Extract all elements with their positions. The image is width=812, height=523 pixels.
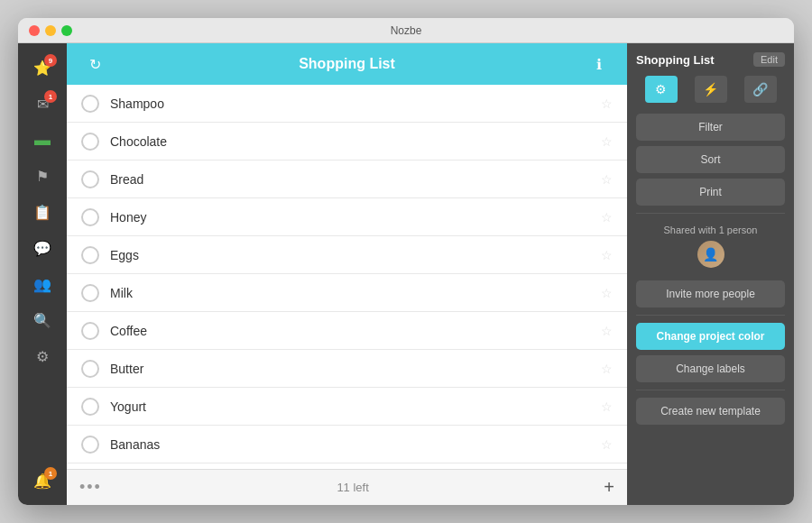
task-item[interactable]: Milk ☆ xyxy=(67,274,627,312)
calendar-icon: 📋 xyxy=(33,204,51,221)
sidebar: ⭐ 9 ✉ 1 ▬ ⚑ 📋 💬 👥 🔍 xyxy=(18,43,67,505)
panel-toolbar: ⚙ ⚡ 🔗 xyxy=(636,76,785,103)
settings-icon: ⚙ xyxy=(36,348,49,365)
filter-button[interactable]: Filter xyxy=(636,114,785,141)
task-name: Eggs xyxy=(110,248,601,262)
flag-icon: ⚑ xyxy=(36,168,49,185)
shared-avatars: 👤 xyxy=(636,241,785,268)
list-footer: ••• 11 left + xyxy=(67,469,627,505)
shared-label: Shared with 1 person xyxy=(636,225,785,235)
lightning-icon: ⚡ xyxy=(703,82,718,96)
sidebar-item-settings[interactable]: ⚙ xyxy=(24,339,60,373)
task-checkbox[interactable] xyxy=(81,436,99,454)
task-name: Honey xyxy=(110,210,601,225)
right-panel: Shopping List Edit ⚙ ⚡ 🔗 Filter Sort Pri… xyxy=(627,43,794,505)
app-body: ⭐ 9 ✉ 1 ▬ ⚑ 📋 💬 👥 🔍 xyxy=(18,43,794,505)
minimize-button[interactable] xyxy=(45,25,56,36)
task-item[interactable]: Bread ☆ xyxy=(67,161,627,198)
sidebar-item-inbox[interactable]: ✉ 1 xyxy=(24,87,60,121)
task-star-button[interactable]: ☆ xyxy=(601,286,613,300)
task-star-button[interactable]: ☆ xyxy=(601,399,613,414)
task-star-button[interactable]: ☆ xyxy=(601,362,613,376)
sort-button[interactable]: Sort xyxy=(636,146,785,173)
refresh-icon: ↻ xyxy=(89,56,101,73)
link-icon: 🔗 xyxy=(752,82,768,96)
inbox-badge: 1 xyxy=(44,90,57,103)
task-item[interactable]: Yogurt ☆ xyxy=(67,388,627,426)
task-checkbox[interactable] xyxy=(81,398,99,416)
task-star-button[interactable]: ☆ xyxy=(601,172,613,187)
main-content: ↻ Shopping List ℹ Shampoo ☆ Chocolate ☆ … xyxy=(67,43,627,505)
more-options-button[interactable]: ••• xyxy=(79,478,102,497)
task-name: Bananas xyxy=(110,437,601,452)
create-template-button[interactable]: Create new template xyxy=(636,398,785,425)
task-item[interactable]: Chocolate ☆ xyxy=(67,123,627,161)
sidebar-item-chat[interactable]: 💬 xyxy=(24,231,60,265)
sidebar-item-flag[interactable]: ⚑ xyxy=(24,159,60,193)
list-header: ↻ Shopping List ℹ xyxy=(67,43,627,85)
notif-badge: 1 xyxy=(44,467,57,480)
search-icon: 🔍 xyxy=(33,312,51,329)
task-checkbox[interactable] xyxy=(81,208,99,226)
task-name: Butter xyxy=(110,362,601,376)
maximize-button[interactable] xyxy=(61,25,72,36)
panel-lightning-tab[interactable]: ⚡ xyxy=(695,76,727,103)
change-color-button[interactable]: Change project color xyxy=(636,323,785,350)
sidebar-item-team[interactable]: 👥 xyxy=(24,267,60,301)
task-checkbox[interactable] xyxy=(81,322,99,340)
task-count: 11 left xyxy=(337,481,368,494)
window-controls xyxy=(29,25,72,36)
panel-header: Shopping List Edit xyxy=(636,52,785,67)
task-star-button[interactable]: ☆ xyxy=(601,248,613,262)
task-star-button[interactable]: ☆ xyxy=(601,437,613,452)
shared-section: Shared with 1 person 👤 xyxy=(636,225,785,271)
close-button[interactable] xyxy=(29,25,40,36)
task-item[interactable]: Coffee ☆ xyxy=(67,312,627,350)
panel-settings-tab[interactable]: ⚙ xyxy=(645,76,678,103)
titlebar: Nozbe xyxy=(18,18,794,43)
task-star-button[interactable]: ☆ xyxy=(601,324,613,338)
task-checkbox[interactable] xyxy=(81,246,99,264)
task-checkbox[interactable] xyxy=(81,360,99,378)
print-button[interactable]: Print xyxy=(636,179,785,206)
sidebar-item-notifications[interactable]: 🔔 1 xyxy=(24,463,60,498)
task-item[interactable]: Honey ☆ xyxy=(67,198,627,236)
sidebar-item-star[interactable]: ⭐ 9 xyxy=(24,50,60,85)
task-checkbox[interactable] xyxy=(81,170,99,188)
task-name: Coffee xyxy=(110,324,601,338)
task-checkbox[interactable] xyxy=(81,133,99,151)
list-title: Shopping List xyxy=(108,56,586,72)
task-item[interactable]: Shampoo ☆ xyxy=(67,85,627,123)
star-badge: 9 xyxy=(44,54,57,67)
refresh-button[interactable]: ↻ xyxy=(81,50,108,78)
info-icon: ℹ xyxy=(596,56,602,73)
task-name: Chocolate xyxy=(110,134,601,149)
team-icon: 👥 xyxy=(33,276,51,293)
task-item[interactable]: Eggs ☆ xyxy=(67,236,627,274)
shared-person-avatar: 👤 xyxy=(697,241,724,268)
panel-title: Shopping List xyxy=(636,53,715,67)
task-star-button[interactable]: ☆ xyxy=(601,96,613,111)
app-title: Nozbe xyxy=(391,24,422,37)
invite-button[interactable]: Invite more people xyxy=(636,280,785,307)
task-name: Yogurt xyxy=(110,399,601,414)
task-item[interactable]: Bananas ☆ xyxy=(67,426,627,463)
task-checkbox[interactable] xyxy=(81,284,99,302)
gear-icon: ⚙ xyxy=(655,82,667,96)
app-window: Nozbe ⭐ 9 ✉ 1 ▬ ⚑ 📋 💬 xyxy=(18,18,794,505)
info-button[interactable]: ℹ xyxy=(586,50,613,78)
sidebar-item-projects[interactable]: ▬ xyxy=(24,123,60,157)
task-name: Milk xyxy=(110,286,601,300)
task-star-button[interactable]: ☆ xyxy=(601,210,613,225)
task-item[interactable]: Butter ☆ xyxy=(67,350,627,388)
task-name: Bread xyxy=(110,172,601,187)
sidebar-item-search[interactable]: 🔍 xyxy=(24,303,60,337)
task-checkbox[interactable] xyxy=(81,95,99,113)
edit-button[interactable]: Edit xyxy=(753,52,785,67)
sidebar-item-calendar[interactable]: 📋 xyxy=(24,195,60,229)
task-star-button[interactable]: ☆ xyxy=(601,134,613,149)
panel-link-tab[interactable]: 🔗 xyxy=(744,76,777,103)
change-labels-button[interactable]: Change labels xyxy=(636,355,785,382)
add-task-button[interactable]: + xyxy=(604,477,614,498)
divider3 xyxy=(636,390,785,390)
